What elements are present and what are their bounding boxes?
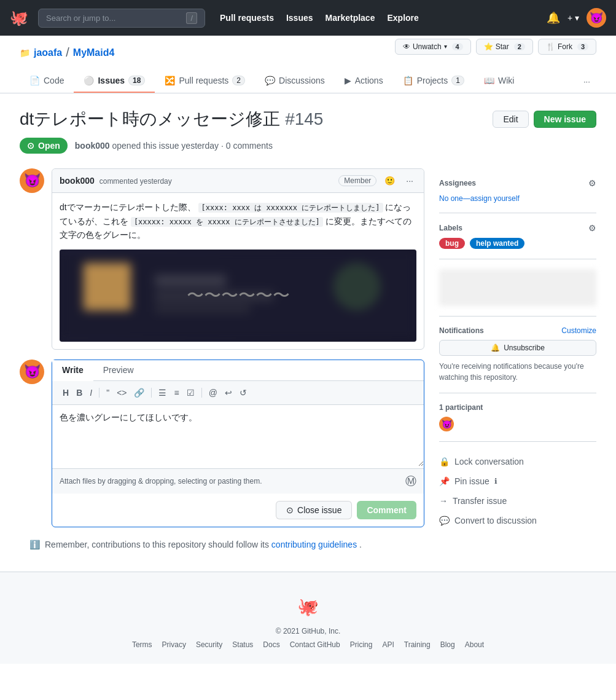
footer-link-contact[interactable]: Contact GitHub	[290, 640, 340, 649]
issue-title: dtテレポート時のメッセージ修正 #145	[20, 108, 323, 130]
notifications-icon[interactable]: 🔔	[547, 11, 560, 25]
issue-title-row: dtテレポート時のメッセージ修正 #145 Edit New issue	[20, 108, 596, 130]
star-icon: ⭐	[484, 42, 493, 51]
comment-button[interactable]: Comment	[357, 501, 416, 519]
labels-section: Labels ⚙ bug help wanted	[439, 213, 596, 259]
more-tabs-button[interactable]: ···	[577, 69, 596, 93]
assign-yourself-link[interactable]: No one—assign yourself	[439, 194, 520, 203]
footer-link-blog[interactable]: Blog	[440, 640, 455, 649]
footer-link-privacy[interactable]: Privacy	[162, 640, 186, 649]
actions-tab-icon: ▶	[345, 76, 351, 85]
label-bug[interactable]: bug	[439, 238, 465, 249]
footer-link-status[interactable]: Status	[232, 640, 253, 649]
create-new-button[interactable]: + ▾	[567, 13, 579, 23]
code-button[interactable]: <>	[114, 386, 130, 399]
fork-button[interactable]: 🍴 Fork 3	[538, 39, 596, 55]
pr-badge: 2	[232, 76, 245, 85]
comment-text: dtでマーカーにテレポートした際、 [xxxx: xxxx は xxxxxxx …	[60, 200, 416, 242]
footer-link-api[interactable]: API	[382, 640, 394, 649]
comment-box: book000 commented yesterday Member 🙂 ···	[52, 168, 424, 349]
tab-projects[interactable]: 📋 Projects 1	[393, 69, 474, 93]
repo-icon: 📁	[20, 48, 30, 58]
nav-issues[interactable]: Issues	[286, 13, 313, 23]
comment-meta-actions: Member 🙂 ···	[338, 174, 416, 187]
ordered-list-button[interactable]: ≡	[171, 386, 182, 399]
info-icon: ℹ️	[29, 540, 40, 549]
link-button[interactable]: 🔗	[131, 386, 147, 399]
bell-icon: 🔔	[491, 344, 500, 352]
bold-button[interactable]: B	[73, 386, 85, 399]
footer-link-about[interactable]: About	[465, 640, 484, 649]
star-button[interactable]: ⭐ Star 2	[476, 39, 533, 55]
transfer-issue-action[interactable]: → Transfer issue	[439, 491, 596, 511]
notifications-section: Notifications Customize 🔔 Unsubscribe Yo…	[439, 317, 596, 393]
write-tab[interactable]: Write	[52, 360, 93, 381]
code-snippet-1: [xxxx: xxxx は xxxxxxx にテレポートしました]	[198, 203, 383, 213]
svg-rect-2	[84, 262, 131, 310]
unwatch-button[interactable]: 👁 Unwatch ▾ 4	[395, 39, 471, 55]
issue-author-link[interactable]: book000	[75, 141, 110, 151]
tab-wiki[interactable]: 📖 Wiki	[474, 69, 524, 93]
eye-icon: 👁	[403, 42, 410, 51]
tab-discussions[interactable]: 💬 Discussions	[255, 69, 335, 93]
customize-notif-link[interactable]: Customize	[561, 326, 596, 335]
github-logo-icon[interactable]: 🐙	[10, 9, 28, 26]
label-help-wanted[interactable]: help wanted	[470, 238, 524, 249]
convert-to-discussion-action[interactable]: 💬 Convert to discussion	[439, 511, 596, 530]
nav-pull-requests[interactable]: Pull requests	[220, 13, 274, 23]
contributing-notice: ℹ️ Remember, contributions to this repos…	[20, 532, 424, 557]
unsubscribe-button[interactable]: 🔔 Unsubscribe	[439, 340, 596, 356]
footer-links: Terms Privacy Security Status Docs Conta…	[20, 640, 596, 649]
footer-link-pricing[interactable]: Pricing	[350, 640, 373, 649]
svg-point-6	[333, 262, 380, 310]
nav-explore[interactable]: Explore	[387, 13, 418, 23]
wave-decoration: 〜〜〜〜〜〜	[187, 284, 290, 307]
tab-pull-requests[interactable]: 🔀 Pull requests 2	[155, 69, 255, 93]
content-layout: 😈 book000 commented yesterday Member	[20, 168, 596, 556]
preview-tab[interactable]: Preview	[93, 360, 144, 380]
tab-issues[interactable]: ⚪ Issues 18	[74, 69, 155, 93]
nav-marketplace[interactable]: Marketplace	[326, 13, 375, 23]
assignees-gear-button[interactable]: ⚙	[588, 178, 596, 188]
task-list-button[interactable]: ☑	[184, 386, 198, 399]
tab-code[interactable]: 📄 Code	[20, 69, 74, 93]
heading-button[interactable]: H	[60, 386, 72, 399]
repo-name-link[interactable]: MyMaid4	[73, 47, 115, 58]
pin-issue-action[interactable]: 📌 Pin issue ℹ	[439, 471, 596, 491]
italic-button[interactable]: I	[87, 386, 95, 399]
unwatch-count: 4	[452, 43, 463, 50]
avatar[interactable]: 😈	[587, 8, 606, 28]
labels-header: Labels ⚙	[439, 223, 596, 233]
reply-quote-button[interactable]: ↺	[236, 386, 250, 399]
lock-conversation-action[interactable]: 🔒 Lock conversation	[439, 452, 596, 471]
toolbar-separator-3	[201, 388, 202, 398]
footer-link-security[interactable]: Security	[196, 640, 222, 649]
labels-gear-button[interactable]: ⚙	[588, 223, 596, 233]
close-issue-button[interactable]: ⊙ Close issue	[276, 501, 352, 519]
participants-list: 😈	[439, 417, 596, 431]
unordered-list-button[interactable]: ☰	[155, 386, 170, 399]
edit-title-button[interactable]: Edit	[493, 111, 528, 128]
reply-avatar: 😈	[20, 360, 44, 384]
emoji-reaction-button[interactable]: 🙂	[381, 174, 398, 187]
quote-button[interactable]: "	[103, 386, 112, 399]
contributing-guidelines-link[interactable]: contributing guidelines	[271, 540, 357, 549]
header-nav: Pull requests Issues Marketplace Explore	[220, 13, 419, 23]
comment-options-button[interactable]: ···	[403, 174, 416, 187]
comment-author: book000	[60, 176, 95, 186]
reply-textarea[interactable]	[52, 405, 424, 466]
footer-link-training[interactable]: Training	[404, 640, 431, 649]
star-count: 2	[514, 43, 525, 50]
mention-button[interactable]: @	[206, 386, 220, 399]
footer-link-docs[interactable]: Docs	[263, 640, 279, 649]
search-input[interactable]: Search or jump to... /	[38, 9, 205, 28]
reply-box: Write Preview H B I " <> 🔗 ☰ ≡	[52, 360, 424, 527]
tab-actions[interactable]: ▶ Actions	[335, 69, 393, 93]
new-issue-button[interactable]: New issue	[534, 111, 596, 128]
footer-link-terms[interactable]: Terms	[132, 640, 152, 649]
pr-tab-icon: 🔀	[165, 76, 175, 85]
repo-actions: 👁 Unwatch ▾ 4 ⭐ Star 2 🍴 Fork 3	[395, 39, 596, 55]
owner-link[interactable]: jaoafa	[34, 47, 62, 58]
reference-button[interactable]: ↩	[222, 386, 235, 399]
labels-list: bug help wanted	[439, 238, 596, 249]
